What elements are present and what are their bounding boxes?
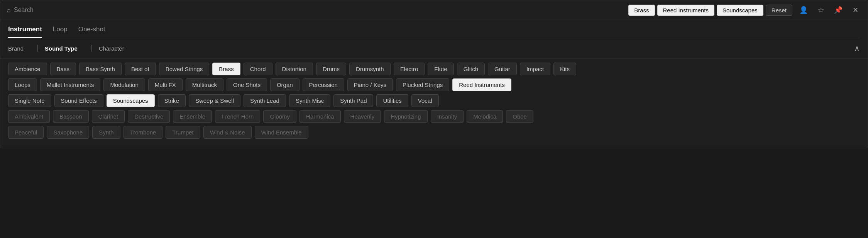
tag-ensemble[interactable]: Ensemble [173, 110, 212, 123]
filter-tag-reed[interactable]: Reed Instruments [657, 5, 714, 16]
tag-synth-lead[interactable]: Synth Lead [244, 94, 286, 107]
search-placeholder: Search [14, 7, 34, 14]
tag-ambivalent[interactable]: Ambivalent [8, 110, 50, 123]
reset-button[interactable]: Reset [766, 5, 792, 16]
search-row: ⌕ Search Brass Reed Instruments Soundsca… [0, 0, 868, 20]
tag-sound-effects[interactable]: Sound Effects [54, 94, 103, 107]
tag-mallet-instruments[interactable]: Mallet Instruments [40, 78, 101, 91]
user-icon-button[interactable]: 👤 [796, 4, 811, 16]
tag-synth-misc[interactable]: Synth Misc [289, 94, 330, 107]
tag-strike[interactable]: Strike [158, 94, 186, 107]
tag-peaceful[interactable]: Peaceful [8, 126, 44, 139]
tags-section: Ambience Bass Bass Synth Best of Bowed S… [0, 59, 868, 148]
star-icon: ☆ [818, 6, 824, 14]
tag-glitch[interactable]: Glitch [457, 63, 485, 75]
tag-guitar[interactable]: Guitar [488, 63, 517, 75]
filter-labels-row: Brand Sound Type Character ∧ [0, 38, 868, 59]
tag-modulation[interactable]: Modulation [103, 78, 145, 91]
pin-icon-button[interactable]: 📌 [831, 4, 846, 16]
tag-harmonica[interactable]: Harmonica [299, 110, 341, 123]
filter-sound-type[interactable]: Sound Type [45, 45, 85, 52]
tag-synth-pad[interactable]: Synth Pad [333, 94, 373, 107]
tag-destructive[interactable]: Destructive [128, 110, 170, 123]
tag-clarinet[interactable]: Clarinet [92, 110, 125, 123]
tag-drums[interactable]: Drums [316, 63, 346, 75]
tag-best-of[interactable]: Best of [125, 63, 156, 75]
close-icon-button[interactable]: ✕ [849, 4, 861, 16]
tag-synth[interactable]: Synth [92, 126, 120, 139]
tabs-row: Instrument Loop One-shot [0, 20, 868, 38]
tag-trombone[interactable]: Trombone [124, 126, 163, 139]
chevron-up-icon: ∧ [854, 44, 860, 53]
tag-insanity[interactable]: Insanity [431, 110, 464, 123]
tag-one-shots[interactable]: One Shots [227, 78, 267, 91]
tag-bass-synth[interactable]: Bass Synth [79, 63, 122, 75]
tag-ambience[interactable]: Ambience [8, 63, 47, 75]
tag-wind-noise[interactable]: Wind & Noise [203, 126, 252, 139]
tag-drumsynth[interactable]: Drumsynth [349, 63, 391, 75]
character-row-1: Ambivalent Bassoon Clarinet Destructive … [8, 110, 860, 123]
filter-divider-2 [91, 45, 92, 52]
sound-type-row-3: Single Note Sound Effects Soundscapes St… [8, 94, 860, 107]
tag-saxophone[interactable]: Saxophone [47, 126, 89, 139]
main-container: ⌕ Search Brass Reed Instruments Soundsca… [0, 0, 868, 148]
search-box[interactable]: ⌕ Search [7, 6, 624, 14]
tag-impact[interactable]: Impact [520, 63, 550, 75]
tag-oboe[interactable]: Oboe [506, 110, 533, 123]
tab-instrument[interactable]: Instrument [8, 26, 42, 38]
sound-type-row-1: Ambience Bass Bass Synth Best of Bowed S… [8, 63, 860, 75]
tag-loops[interactable]: Loops [8, 78, 37, 91]
tab-loop[interactable]: Loop [53, 26, 68, 38]
tag-melodica[interactable]: Melodica [467, 110, 503, 123]
tag-bass[interactable]: Bass [50, 63, 76, 75]
search-icon: ⌕ [7, 6, 11, 14]
filter-divider-1 [37, 45, 38, 52]
tag-organ[interactable]: Organ [270, 78, 299, 91]
filter-character[interactable]: Character [99, 45, 131, 52]
tag-plucked-strings[interactable]: Plucked Strings [396, 78, 449, 91]
tag-multitrack[interactable]: Multitrack [186, 78, 223, 91]
filter-tag-brass[interactable]: Brass [628, 5, 655, 16]
pin-icon: 📌 [834, 6, 843, 14]
tag-bassoon[interactable]: Bassoon [53, 110, 88, 123]
filter-brand[interactable]: Brand [8, 45, 30, 52]
tag-piano-keys[interactable]: Piano / Keys [347, 78, 393, 91]
tag-reed-instruments[interactable]: Reed Instruments [452, 78, 511, 91]
tag-distortion[interactable]: Distortion [276, 63, 313, 75]
tag-chord[interactable]: Chord [244, 63, 272, 75]
tag-gloomy[interactable]: Gloomy [263, 110, 296, 123]
tag-brass[interactable]: Brass [212, 63, 240, 75]
tag-soundscapes[interactable]: Soundscapes [107, 94, 155, 107]
tag-heavenly[interactable]: Heavenly [344, 110, 381, 123]
tag-single-note[interactable]: Single Note [8, 94, 51, 107]
character-row-2: Peaceful Saxophone Synth Trombone Trumpe… [8, 126, 860, 139]
collapse-button[interactable]: ∧ [854, 44, 860, 53]
tag-trumpet[interactable]: Trumpet [166, 126, 200, 139]
sound-type-row-2: Loops Mallet Instruments Modulation Mult… [8, 78, 860, 91]
close-icon: ✕ [853, 6, 858, 14]
filter-tag-soundscapes[interactable]: Soundscapes [717, 5, 763, 16]
user-icon: 👤 [799, 6, 808, 14]
tag-utilities[interactable]: Utilities [376, 94, 408, 107]
tag-bowed-strings[interactable]: Bowed Strings [159, 63, 210, 75]
tag-french-horn[interactable]: French Horn [215, 110, 260, 123]
tag-vocal[interactable]: Vocal [411, 94, 439, 107]
tag-percussion[interactable]: Percussion [303, 78, 344, 91]
tag-wind-ensemble[interactable]: Wind Ensemble [255, 126, 308, 139]
tag-hypnotizing[interactable]: Hypnotizing [384, 110, 427, 123]
tag-kits[interactable]: Kits [553, 63, 576, 75]
active-filter-tags: Brass Reed Instruments Soundscapes Reset [628, 5, 792, 16]
tag-sweep-swell[interactable]: Sweep & Swell [189, 94, 240, 107]
tag-flute[interactable]: Flute [428, 63, 453, 75]
tab-oneshot[interactable]: One-shot [78, 26, 105, 38]
tag-electro[interactable]: Electro [394, 63, 425, 75]
star-icon-button[interactable]: ☆ [815, 4, 827, 16]
tag-multi-fx[interactable]: Multi FX [148, 78, 183, 91]
